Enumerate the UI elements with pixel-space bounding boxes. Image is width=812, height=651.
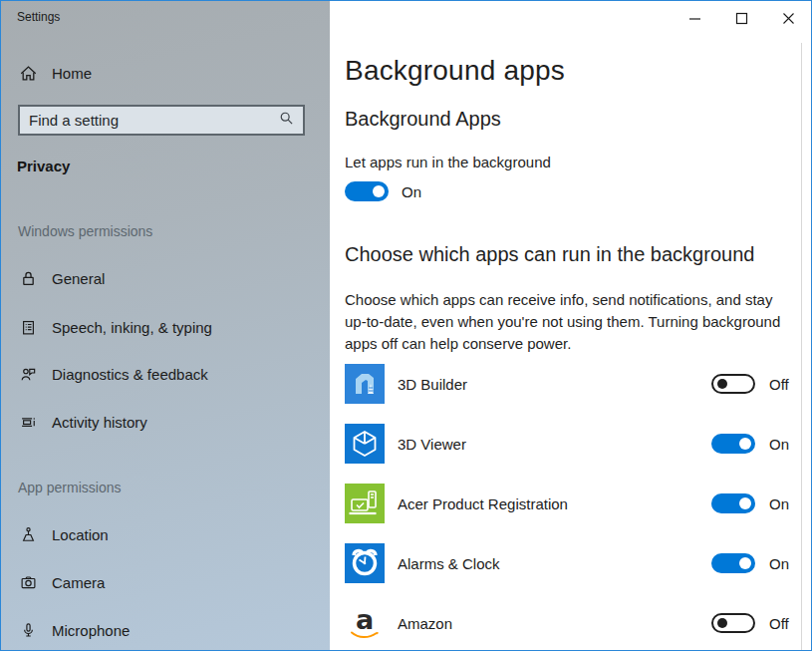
acer-registration-app-icon <box>345 484 385 523</box>
app-toggle-3d-builder[interactable] <box>711 374 755 394</box>
app-name: Acer Product Registration <box>398 495 568 512</box>
maximize-button[interactable] <box>731 8 751 28</box>
3d-viewer-app-icon <box>345 424 385 464</box>
app-toggle-state: On <box>769 555 789 572</box>
sidebar-item-camera[interactable]: Camera <box>19 571 105 593</box>
app-row: Acer Product Registration On <box>345 484 788 523</box>
app-row: 3D Builder Off <box>345 364 788 404</box>
scrollbar[interactable] <box>801 43 802 650</box>
app-toggle-state: On <box>769 495 789 512</box>
section-header-app-permissions: App permissions <box>18 480 122 495</box>
category-heading: Privacy <box>17 158 70 174</box>
sidebar: Settings Home Privacy Windows permission… <box>1 1 330 650</box>
close-button[interactable] <box>778 8 798 28</box>
sidebar-item-microphone[interactable]: Microphone <box>19 619 130 641</box>
sidebar-item-home[interactable]: Home <box>19 62 92 84</box>
search-box[interactable] <box>18 105 305 136</box>
sidebar-item-label: Microphone <box>52 622 130 639</box>
master-toggle-label: Let apps run in the background <box>345 154 551 170</box>
diagnostics-feedback-icon <box>19 365 37 383</box>
sidebar-item-label: General <box>52 270 105 287</box>
search-input[interactable] <box>29 112 273 129</box>
speech-typing-icon <box>19 318 37 336</box>
section-header-windows-permissions: Windows permissions <box>18 223 152 239</box>
window-title: Settings <box>17 10 60 24</box>
sidebar-item-speech-inking-typing[interactable]: Speech, inking, & typing <box>19 316 212 338</box>
page-title: Background apps <box>345 55 565 87</box>
app-name: Amazon <box>398 615 452 632</box>
sidebar-item-label: Camera <box>52 574 105 591</box>
alarms-clock-app-icon <box>345 543 385 583</box>
sidebar-item-label: Diagnostics & feedback <box>52 366 208 383</box>
master-toggle-state: On <box>402 183 421 200</box>
minimize-button[interactable] <box>684 8 704 28</box>
app-name: 3D Viewer <box>398 436 466 453</box>
sidebar-item-location[interactable]: Location <box>19 523 109 545</box>
main-content: Background apps Background Apps Let apps… <box>330 1 811 650</box>
location-pin-icon <box>19 525 37 543</box>
app-toggle-state: Off <box>769 615 789 632</box>
sidebar-item-label: Location <box>52 526 109 543</box>
microphone-icon <box>19 621 37 639</box>
app-toggle-acer-product-registration[interactable] <box>711 493 755 513</box>
app-toggle-state: Off <box>769 376 789 393</box>
app-row: a Amazon Off <box>345 603 788 643</box>
app-name: 3D Builder <box>398 376 467 393</box>
choose-apps-description: Choose which apps can receive info, send… <box>345 289 795 355</box>
app-toggle-alarms-clock[interactable] <box>711 553 755 573</box>
background-apps-master-toggle[interactable] <box>345 181 389 201</box>
sidebar-item-label: Activity history <box>52 414 147 431</box>
search-icon[interactable] <box>279 111 294 130</box>
app-name: Alarms & Clock <box>398 555 500 572</box>
activity-history-icon <box>19 413 37 431</box>
settings-window: Settings Home Privacy Windows permission… <box>0 0 812 651</box>
home-icon <box>19 64 37 82</box>
camera-icon <box>19 573 37 591</box>
app-toggle-state: On <box>769 436 789 453</box>
lock-icon <box>19 269 37 287</box>
app-toggle-3d-viewer[interactable] <box>711 434 755 454</box>
sidebar-item-diagnostics-feedback[interactable]: Diagnostics & feedback <box>19 363 208 385</box>
app-row: 3D Viewer On <box>345 424 788 464</box>
background-apps-heading: Background Apps <box>345 108 501 131</box>
sidebar-item-activity-history[interactable]: Activity history <box>19 411 147 433</box>
sidebar-item-general[interactable]: General <box>19 267 105 289</box>
app-toggle-amazon[interactable] <box>711 613 755 633</box>
choose-apps-heading: Choose which apps can run in the backgro… <box>345 243 754 266</box>
sidebar-item-label: Speech, inking, & typing <box>52 319 212 336</box>
amazon-app-icon: a <box>345 603 385 643</box>
sidebar-item-label: Home <box>52 65 92 82</box>
3d-builder-app-icon <box>345 364 385 404</box>
app-row: Alarms & Clock On <box>345 543 788 583</box>
